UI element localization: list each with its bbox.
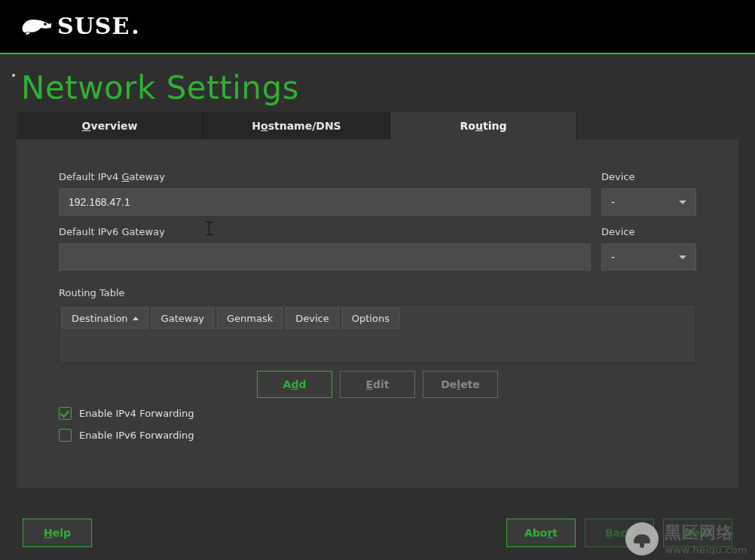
page-title: Network Settings (21, 69, 738, 106)
col-options[interactable]: Options (342, 308, 399, 329)
title-dot-icon (12, 74, 15, 77)
top-bar: SUSE. (0, 0, 755, 53)
col-device[interactable]: Device (286, 308, 338, 329)
abort-button[interactable]: Abort (506, 519, 576, 547)
routing-table-label: Routing Table (59, 287, 696, 298)
chevron-down-icon (679, 256, 686, 259)
ipv4-gateway-input[interactable] (59, 188, 591, 216)
ipv6-forwarding-checkbox[interactable]: Enable IPv6 Forwarding (59, 429, 696, 442)
ipv6-gateway-label: Default IPv6 Gateway (59, 226, 591, 237)
next-button[interactable]: Next (663, 519, 732, 547)
routing-table-header: Destination Gateway Genmask Device Optio… (60, 305, 695, 331)
col-gateway[interactable]: Gateway (151, 308, 214, 329)
back-button[interactable]: Back (585, 519, 654, 547)
tab-routing[interactable]: Routing (390, 112, 577, 139)
brand-name: SUSE. (57, 15, 140, 38)
col-genmask[interactable]: Genmask (217, 308, 283, 329)
table-button-row: Add Edit Delete (59, 371, 696, 398)
svg-point-0 (44, 23, 47, 26)
routing-table: Destination Gateway Genmask Device Optio… (59, 304, 696, 363)
delete-button: Delete (423, 371, 498, 398)
tab-overview[interactable]: Overview (17, 112, 203, 139)
ipv6-forwarding-label: Enable IPv6 Forwarding (79, 430, 194, 441)
footer: Help Abort Back Next (0, 506, 755, 560)
brand-logo: SUSE. (18, 15, 140, 38)
ipv4-gateway-label: Default IPv4 Gateway (59, 171, 591, 182)
tabs: Overview Hostname/DNS Routing (17, 112, 738, 139)
ipv4-device-select[interactable]: - (601, 188, 696, 216)
help-button[interactable]: Help (23, 519, 92, 547)
ipv4-device-label: Device (601, 171, 696, 182)
routing-panel: Default IPv4 Gateway Device - Default IP… (17, 139, 738, 488)
chevron-down-icon (679, 200, 686, 204)
add-button[interactable]: Add (257, 371, 332, 398)
ipv6-device-label: Device (601, 226, 696, 237)
chameleon-icon (18, 15, 53, 38)
checkbox-unchecked-icon (59, 429, 72, 442)
main-area: Network Settings Overview Hostname/DNS R… (0, 54, 755, 560)
sort-asc-icon (133, 317, 139, 320)
ipv6-gateway-input[interactable] (59, 243, 591, 271)
checkbox-checked-icon (59, 407, 72, 420)
edit-button: Edit (340, 371, 415, 398)
ipv4-forwarding-label: Enable IPv4 Forwarding (79, 408, 194, 419)
col-destination[interactable]: Destination (62, 308, 148, 329)
ipv6-device-select[interactable]: - (601, 243, 696, 271)
tab-hostname-dns[interactable]: Hostname/DNS (203, 112, 390, 139)
ipv4-forwarding-checkbox[interactable]: Enable IPv4 Forwarding (59, 407, 696, 420)
